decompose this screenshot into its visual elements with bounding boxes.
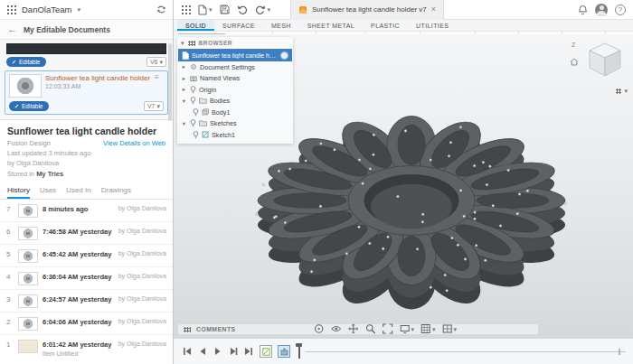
- undo-button[interactable]: [237, 5, 248, 14]
- browser-node-bodies[interactable]: ▾ Bodies: [177, 96, 293, 107]
- version-time: 8 minutes ago: [43, 203, 88, 213]
- tab-used-in[interactable]: Used In: [66, 186, 91, 199]
- version-row[interactable]: 3 6:24:57 AM yesterday by Olga Danilova: [0, 290, 173, 313]
- timeline-position-marker[interactable]: [296, 343, 302, 359]
- folder-icon: [199, 98, 207, 104]
- root-node-label: Sunflower tea light candle holder v7: [192, 52, 278, 59]
- data-panel-toggle-icon[interactable]: [181, 5, 191, 14]
- team-selector[interactable]: DanOlaTeam: [22, 5, 71, 14]
- browser-node-named-views[interactable]: ▸ Named Views: [177, 73, 293, 85]
- version-author: by Olga Danilova: [118, 248, 166, 257]
- fusion-document-icon: [298, 5, 307, 14]
- version-row[interactable]: 6 7:46:58 AM yesterday by Olga Danilova: [0, 222, 173, 245]
- sync-icon[interactable]: [156, 5, 166, 14]
- visibility-bulb-icon[interactable]: [190, 119, 196, 127]
- tab-utilities[interactable]: UTILITIES: [408, 20, 457, 31]
- fit-view-icon[interactable]: [382, 323, 392, 334]
- list-item-previous[interactable]: Editable V6 ▾: [5, 43, 168, 70]
- color-swatch-icon[interactable]: [280, 51, 288, 60]
- back-icon[interactable]: ←: [7, 24, 17, 34]
- item-menu-icon[interactable]: ≡: [155, 74, 164, 98]
- data-panel-header: DanOlaTeam ▾: [0, 0, 173, 20]
- browser-node-document-settings[interactable]: ▸ Document Settings: [177, 61, 293, 73]
- version-history-list: 7 8 minutes ago by Olga Danilova 6 7:46:…: [0, 200, 173, 364]
- tab-drawings[interactable]: Drawings: [101, 186, 131, 199]
- version-row[interactable]: 4 6:36:04 AM yesterday by Olga Danilova: [0, 267, 173, 290]
- document-tab[interactable]: Sunflower tea light candle holder v7 ×: [290, 0, 444, 20]
- version-badge[interactable]: V7 ▾: [144, 101, 164, 111]
- close-icon[interactable]: ×: [431, 5, 436, 14]
- chevron-right-icon[interactable]: ▸: [181, 86, 187, 93]
- visibility-bulb-icon[interactable]: [190, 97, 196, 105]
- chevron-right-icon[interactable]: ▸: [181, 75, 187, 82]
- look-at-icon[interactable]: [330, 323, 341, 334]
- editable-badge-label: Editable: [22, 103, 43, 109]
- help-icon[interactable]: ?: [615, 5, 626, 15]
- drag-grip-icon[interactable]: [188, 41, 195, 46]
- browser-node-sketch1[interactable]: Sketch1: [177, 129, 293, 141]
- list-item-selected[interactable]: Sunflower tea light candle holder 12:03:…: [5, 70, 168, 115]
- play-button[interactable]: [212, 346, 223, 358]
- timeline-feature-extrude[interactable]: [278, 345, 290, 358]
- timeline-feature-sketch[interactable]: [260, 345, 272, 358]
- browser-root-node[interactable]: Sunflower tea light candle holder v7: [178, 49, 292, 61]
- pan-icon[interactable]: [347, 323, 358, 334]
- browser-panel: ▾ BROWSER Sunflower tea light candle hol…: [177, 37, 293, 144]
- tab-solid[interactable]: SOLID: [177, 20, 214, 31]
- view-details-link[interactable]: View Details on Web: [103, 139, 165, 147]
- go-to-end-button[interactable]: [242, 346, 254, 358]
- view-cube-faces[interactable]: [584, 40, 626, 81]
- tab-sheet-metal[interactable]: SHEET METAL: [299, 20, 363, 31]
- version-row[interactable]: 2 6:04:06 AM yesterday by Olga Danilova: [0, 313, 173, 335]
- home-icon[interactable]: [570, 58, 579, 68]
- redo-button[interactable]: ▾: [255, 5, 271, 14]
- go-to-start-button[interactable]: [181, 346, 193, 358]
- undo-icon: [237, 5, 248, 14]
- save-button[interactable]: [220, 5, 230, 14]
- browser-node-origin[interactable]: ▸ Origin: [177, 84, 293, 96]
- view-cube[interactable]: Z ▾: [570, 38, 628, 94]
- pencil-icon: [12, 60, 16, 64]
- step-forward-button[interactable]: [227, 346, 239, 358]
- chevron-down-icon[interactable]: ▾: [77, 6, 80, 13]
- version-row[interactable]: 7 8 minutes ago by Olga Danilova: [0, 200, 173, 222]
- breadcrumb-label[interactable]: My Editable Documents: [24, 25, 110, 34]
- chevron-down-icon[interactable]: ▾: [181, 120, 187, 127]
- browser-node-sketches[interactable]: ▾ Sketches: [177, 118, 293, 130]
- grid-settings-icon[interactable]: ▾: [420, 323, 436, 334]
- user-avatar[interactable]: [595, 4, 608, 16]
- version-row[interactable]: 5 6:45:42 AM yesterday by Olga Danilova: [0, 245, 173, 267]
- version-badge[interactable]: V6 ▾: [146, 57, 166, 67]
- viewports-icon[interactable]: ▾: [441, 323, 457, 334]
- collapse-icon[interactable]: ▾: [181, 40, 184, 46]
- viewport-canvas[interactable]: ▾ BROWSER Sunflower tea light candle hol…: [174, 34, 633, 338]
- tab-history[interactable]: History: [7, 186, 30, 199]
- drag-grip-icon[interactable]: [184, 327, 191, 332]
- visibility-bulb-icon[interactable]: [193, 108, 199, 117]
- version-author: by Olga Danilova: [118, 203, 166, 211]
- orbit-icon[interactable]: [313, 323, 324, 334]
- zoom-icon[interactable]: [364, 323, 375, 334]
- project-link[interactable]: My Tries: [36, 170, 63, 178]
- step-back-button[interactable]: [196, 346, 208, 358]
- chevron-right-icon[interactable]: ▸: [181, 63, 187, 70]
- scrollbar[interactable]: [168, 43, 172, 121]
- timeline-track[interactable]: [306, 351, 626, 352]
- tab-uses[interactable]: Uses: [40, 186, 56, 199]
- browser-node-body1[interactable]: Body1: [177, 107, 293, 118]
- chevron-down-icon[interactable]: ▾: [181, 98, 187, 105]
- tab-mesh[interactable]: MESH: [263, 20, 299, 31]
- tab-plastic[interactable]: PLASTIC: [363, 20, 408, 31]
- comments-label: COMMENTS: [196, 326, 236, 332]
- display-settings-icon[interactable]: ▾: [399, 323, 414, 334]
- visibility-bulb-icon[interactable]: [193, 131, 199, 139]
- chevron-down-icon[interactable]: ▾: [624, 88, 628, 94]
- tab-surface[interactable]: SURFACE: [214, 20, 263, 31]
- version-time: 6:45:42 AM yesterday: [43, 248, 111, 258]
- notifications-bell-icon[interactable]: [578, 5, 588, 15]
- visibility-bulb-icon[interactable]: [190, 86, 196, 94]
- view-cube-menu-icon[interactable]: [616, 89, 621, 94]
- file-menu-button[interactable]: ▾: [198, 5, 213, 15]
- apps-grid-icon[interactable]: [6, 5, 16, 14]
- version-row[interactable]: 1 6:01:42 AM yesterday Item Untitled by …: [0, 335, 173, 364]
